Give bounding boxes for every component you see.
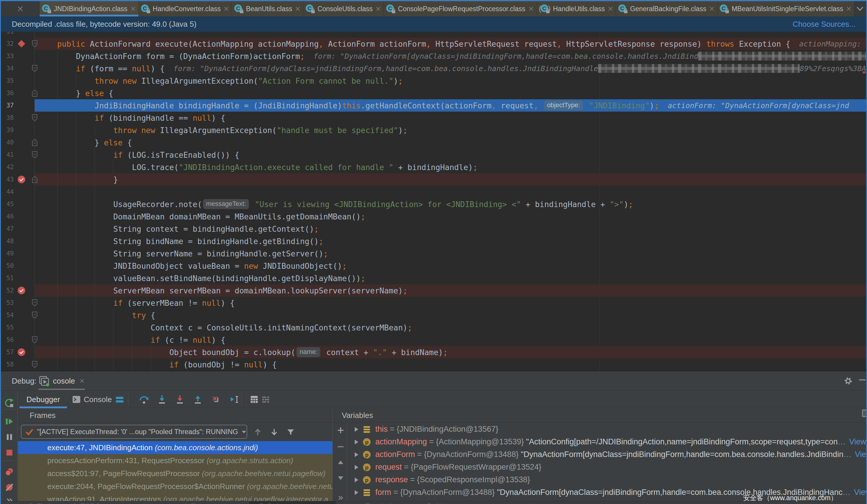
- more-chevrons-button[interactable]: »: [337, 493, 344, 501]
- view-link[interactable]: View: [849, 437, 866, 447]
- force-step-into-button[interactable]: [175, 394, 185, 404]
- expand-arrow-icon[interactable]: [353, 464, 360, 471]
- evaluate-grid-button[interactable]: [249, 394, 259, 404]
- thread-selector-dropdown[interactable]: "[ACTIVE] ExecuteThread: '0' ...oup "Poo…: [21, 425, 247, 439]
- expand-arrow-icon[interactable]: [352, 464, 361, 471]
- fold-marker[interactable]: [31, 309, 39, 321]
- fold-marker[interactable]: [31, 136, 39, 149]
- tab-close-icon[interactable]: [608, 7, 613, 11]
- editor-tab-GeneralBackingFile-class[interactable]: C GeneralBackingFile.class: [616, 1, 718, 17]
- variable-row-actionMapping[interactable]: pactionMapping = {ActionMapping@13539} "…: [347, 436, 866, 448]
- toolwindow-button-todo[interactable]: 6: TODO: [73, 502, 101, 504]
- expand-arrow-icon[interactable]: [353, 426, 360, 433]
- debug-view-tab-console[interactable]: Console: [72, 391, 112, 408]
- toolwindow-button-build[interactable]: Build: [427, 502, 442, 504]
- fold-marker[interactable]: [31, 297, 39, 309]
- variable-row-actionForm[interactable]: pactionForm = {DynaActionForm@13488} "Dy…: [347, 448, 866, 461]
- tab-overflow-chevron[interactable]: [856, 1, 866, 17]
- editor-tab-JNDIBindingAction-class[interactable]: C JNDIBindingAction.class: [40, 1, 139, 17]
- editor-tab-BeanUtils-class[interactable]: C BeanUtils.class: [232, 1, 303, 17]
- threads-view-button[interactable]: [115, 394, 125, 404]
- view-breakpoints-button[interactable]: [4, 467, 15, 477]
- editor-tab-HandleUtils-class[interactable]: ( C ) HandleUtils.class: [537, 1, 616, 17]
- step-into-button[interactable]: [157, 394, 167, 404]
- code-editor[interactable]: 3132public ActionForward execute(ActionM…: [1, 32, 866, 371]
- tab-close-icon[interactable]: [376, 7, 381, 11]
- breakpoint-icon[interactable]: [17, 286, 26, 295]
- toolwindow-button-find[interactable]: 3: Find: [29, 502, 50, 504]
- session-close-icon[interactable]: [80, 379, 84, 383]
- debug-session-tab[interactable]: cosole: [39, 371, 85, 391]
- fold-marker[interactable]: [31, 149, 39, 161]
- error-stripe-mark[interactable]: [863, 72, 866, 74]
- resume-button[interactable]: [4, 416, 15, 427]
- expand-arrow-icon[interactable]: [353, 438, 360, 446]
- arrow-down-button[interactable]: [269, 427, 279, 437]
- fold-down-icon[interactable]: [31, 151, 38, 158]
- stop-button[interactable]: [4, 447, 15, 458]
- fold-down-icon[interactable]: [31, 336, 38, 344]
- debug-view-tab-debugger[interactable]: Debugger: [26, 391, 60, 408]
- triangle-down-button[interactable]: [337, 474, 344, 482]
- gear-icon[interactable]: [843, 376, 853, 386]
- fold-up-icon[interactable]: [31, 89, 38, 97]
- arrow-up-button[interactable]: [253, 427, 263, 437]
- fold-marker[interactable]: [31, 62, 39, 75]
- mute-breakpoints-button[interactable]: [4, 482, 15, 493]
- method-breakpoint-gutter[interactable]: [17, 37, 26, 50]
- variable-row-request[interactable]: prequest = {PageFlowRequestWrapper@13524…: [347, 461, 866, 473]
- drop-frame-button[interactable]: [211, 394, 221, 404]
- toolwindow-button-debug[interactable]: 5: Debug: [259, 502, 288, 504]
- expand-arrow-icon[interactable]: [352, 426, 361, 433]
- tab-bar-close-button[interactable]: [1, 1, 40, 17]
- frame-row[interactable]: processActionPerform:431, RequestProcess…: [18, 454, 332, 467]
- fold-marker[interactable]: [31, 358, 39, 371]
- tab-close-icon[interactable]: [846, 7, 851, 11]
- breakpoint-gutter[interactable]: [17, 284, 26, 297]
- editor-tab-ConsoleUtils-class[interactable]: C ConsoleUtils.class: [303, 1, 384, 17]
- tab-close-icon[interactable]: [131, 7, 136, 11]
- toolwindow-button-terminal[interactable]: Terminal: [365, 502, 392, 504]
- more-chevrons-button[interactable]: [4, 495, 15, 501]
- breakpoint-icon[interactable]: [17, 175, 26, 184]
- view-link[interactable]: View: [854, 488, 866, 497]
- fold-marker[interactable]: [31, 87, 39, 99]
- fold-down-icon[interactable]: [31, 361, 38, 368]
- run-to-cursor-button[interactable]: [230, 394, 240, 404]
- frame-row[interactable]: execute:2044, PageFlowRequestProcessor$A…: [18, 480, 332, 493]
- step-out-button[interactable]: [193, 394, 203, 404]
- layout-settings-button[interactable]: [261, 394, 271, 404]
- fold-down-icon[interactable]: [31, 114, 38, 122]
- expand-arrow-icon[interactable]: [352, 438, 361, 446]
- variable-row-response[interactable]: presponse = {ScopedResponseImpl@13538}: [347, 473, 866, 486]
- triangle-up-button[interactable]: [337, 459, 344, 467]
- fold-marker[interactable]: [31, 112, 39, 124]
- breakpoint-gutter[interactable]: [17, 346, 26, 358]
- fold-marker[interactable]: [31, 333, 39, 346]
- editor-tab-MBeanUtilsInitSingleFileServlet-class[interactable]: C MBeanUtilsInitSingleFileServlet.class: [717, 1, 854, 17]
- fold-marker[interactable]: [31, 37, 39, 50]
- editor-tab-HandleConverter-class[interactable]: C HandleConverter.class: [139, 1, 232, 17]
- expand-arrow-icon[interactable]: [353, 489, 360, 496]
- choose-sources-link[interactable]: Choose Sources...: [793, 20, 856, 29]
- view-link[interactable]: View: [855, 450, 866, 459]
- tab-close-icon[interactable]: [529, 7, 533, 11]
- fold-down-icon[interactable]: [31, 40, 38, 47]
- expand-arrow-icon[interactable]: [352, 476, 361, 483]
- filter-button[interactable]: [286, 427, 296, 437]
- pause-button[interactable]: [4, 432, 15, 442]
- frame-row[interactable]: execute:47, JNDIBindingAction (com.bea.c…: [18, 441, 332, 454]
- rerun-button[interactable]: [4, 398, 15, 408]
- tab-close-icon[interactable]: [709, 7, 714, 11]
- fold-up-icon[interactable]: [31, 139, 38, 146]
- minimize-icon[interactable]: [859, 380, 866, 380]
- fold-down-icon[interactable]: [31, 311, 38, 319]
- fold-up-icon[interactable]: [31, 176, 38, 183]
- remove-watch-button[interactable]: [337, 443, 344, 451]
- method-breakpoint-icon[interactable]: [17, 40, 25, 48]
- expand-arrow-icon[interactable]: [352, 489, 361, 496]
- fold-down-icon[interactable]: [31, 65, 38, 72]
- breakpoint-gutter[interactable]: [17, 173, 26, 186]
- fold-marker[interactable]: [31, 173, 39, 186]
- tab-close-icon[interactable]: [296, 7, 300, 11]
